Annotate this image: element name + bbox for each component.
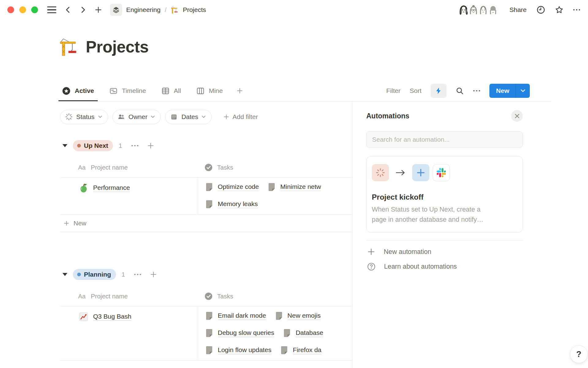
table-row: Q3 Bug Bash Email dark mode New emojis D… [60, 306, 352, 361]
new-row-button[interactable]: New [60, 215, 352, 232]
group-add-icon[interactable] [147, 142, 154, 149]
breadcrumb-separator: / [165, 6, 167, 13]
avatar[interactable] [487, 3, 499, 16]
table-header: Aa Project name Tasks [60, 158, 352, 178]
add-view-icon[interactable] [234, 87, 245, 94]
close-window-button[interactable] [7, 6, 14, 13]
arrow-right-icon [395, 169, 406, 176]
text-property-icon: Aa [78, 164, 85, 171]
close-panel-button[interactable] [511, 110, 523, 122]
column-header-project-name[interactable]: Aa Project name [60, 164, 198, 171]
back-icon[interactable] [65, 6, 71, 13]
project-name-link[interactable]: Q3 Bug Bash [93, 313, 131, 321]
sort-button[interactable]: Sort [410, 87, 422, 94]
help-button[interactable]: ? [570, 345, 588, 363]
page-icon [205, 182, 213, 192]
new-button-label[interactable]: New [489, 84, 516, 98]
table-header: Aa Project name Tasks [60, 286, 352, 306]
learn-about-automations-link[interactable]: Learn about automations [366, 259, 523, 274]
collaborator-avatars[interactable] [457, 3, 499, 16]
view-options-icon[interactable] [473, 90, 480, 92]
automations-bolt-icon[interactable] [431, 84, 447, 98]
page-icon [205, 346, 213, 355]
column-label: Project name [91, 293, 128, 300]
automation-search-input[interactable] [366, 131, 523, 148]
status-badge[interactable]: Planning [73, 269, 116, 280]
breadcrumb-workspace[interactable]: Engineering [126, 6, 160, 13]
automation-card-description: When Status set to Up Next, create a pag… [372, 205, 517, 225]
task-link[interactable]: Email dark mode [205, 311, 266, 320]
group-add-icon[interactable] [150, 271, 157, 278]
chip-label: Dates [181, 113, 198, 121]
plus-icon [223, 114, 229, 120]
minimize-window-button[interactable] [19, 6, 26, 13]
task-link[interactable]: Optimize code [205, 182, 259, 192]
collapse-triangle-icon[interactable] [62, 144, 67, 147]
automation-card-title: Project kickoff [372, 193, 517, 201]
add-filter-button[interactable]: Add filter [223, 113, 258, 121]
task-link[interactable]: Debug slow queries [205, 328, 274, 338]
group-options-icon[interactable] [131, 145, 138, 147]
new-automation-button[interactable]: New automation [366, 245, 523, 259]
check-circle-icon [205, 163, 213, 171]
automation-card[interactable]: Project kickoff When Status set to Up Ne… [366, 156, 523, 232]
window-controls [7, 6, 38, 13]
task-link[interactable]: Login flow updates [205, 346, 271, 355]
task-link[interactable]: New emojis [275, 311, 321, 320]
page-icon [205, 311, 213, 320]
collapse-triangle-icon[interactable] [62, 273, 67, 276]
column-header-tasks[interactable]: Tasks [198, 163, 233, 171]
page-title[interactable]: Projects [86, 38, 149, 56]
breadcrumb-page[interactable]: Projects [183, 6, 206, 13]
close-icon [514, 113, 520, 119]
group-options-icon[interactable] [134, 274, 141, 275]
status-badge[interactable]: Up Next [73, 140, 113, 151]
new-row-label: New [74, 220, 86, 227]
new-button[interactable]: New [489, 84, 530, 98]
status-label: Planning [84, 271, 111, 278]
dates-filter-chip[interactable]: Dates [165, 110, 212, 124]
updates-clock-icon[interactable] [537, 6, 545, 14]
filter-button[interactable]: Filter [386, 87, 401, 94]
views-stack-icon[interactable] [110, 4, 122, 16]
task-link[interactable]: Minimize netw [267, 182, 321, 192]
column-label: Tasks [217, 164, 233, 171]
tasks-cell[interactable]: Email dark mode New emojis Debug slow qu… [198, 306, 352, 360]
help-label: ? [576, 350, 582, 359]
tab-all[interactable]: All [158, 80, 185, 101]
tab-active[interactable]: Active [58, 80, 98, 101]
chip-label: Status [76, 113, 95, 121]
task-link[interactable]: Database [283, 328, 323, 338]
crane-emoji [171, 6, 179, 13]
status-burst-icon [372, 164, 389, 181]
share-button[interactable]: Share [509, 6, 526, 13]
status-label: Up Next [84, 142, 108, 149]
page-icon [205, 328, 213, 338]
status-dot [77, 273, 81, 276]
more-options-icon[interactable] [573, 9, 580, 11]
chevron-down-icon [98, 116, 102, 118]
project-name-cell[interactable]: Q3 Bug Bash [60, 306, 198, 360]
column-header-tasks[interactable]: Tasks [198, 292, 233, 300]
timeline-icon [109, 87, 118, 95]
chevron-down-icon[interactable] [516, 84, 530, 98]
project-name-link[interactable]: Performance [93, 184, 130, 192]
new-page-icon[interactable] [95, 6, 102, 13]
column-header-project-name[interactable]: Aa Project name [60, 293, 198, 300]
sidebar-menu-icon[interactable] [47, 6, 56, 13]
task-link[interactable]: Memory leaks [205, 200, 258, 209]
project-name-cell[interactable]: Performance [60, 178, 198, 214]
search-icon[interactable] [456, 87, 464, 95]
favorite-star-icon[interactable] [555, 6, 564, 14]
group-header-up-next: Up Next 1 [60, 138, 352, 154]
status-filter-chip[interactable]: Status [60, 110, 108, 124]
zoom-window-button[interactable] [31, 6, 38, 13]
people-icon [118, 113, 125, 121]
tasks-cell[interactable]: Optimize code Minimize netw Memory leaks [198, 178, 352, 214]
tab-timeline[interactable]: Timeline [106, 80, 150, 101]
owner-filter-chip[interactable]: Owner [112, 110, 161, 124]
forward-icon[interactable] [80, 6, 86, 13]
task-link[interactable]: Firefox da [280, 346, 321, 355]
tab-mine[interactable]: Mine [193, 80, 227, 101]
new-automation-label: New automation [384, 248, 431, 256]
